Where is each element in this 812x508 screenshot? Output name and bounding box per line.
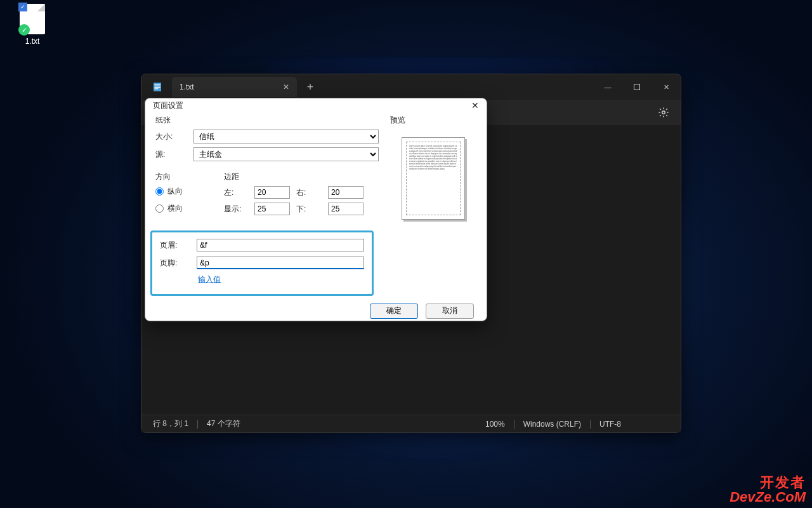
dialog-close-icon[interactable]: ✕ [471,100,479,110]
svg-rect-1 [155,84,160,85]
margin-right-label: 右: [296,187,322,198]
tab-file[interactable]: 1.txt ✕ [172,77,297,97]
desktop-file-icon[interactable]: ✓ ✓ 1.txt [10,4,55,46]
sync-badge-icon: ✓ [18,24,30,36]
preview-label: 预览 [390,115,476,126]
tab-title: 1.txt [180,83,194,91]
footer-label: 页脚: [160,258,188,269]
preview-pane: 预览 Lorem ipsum dolor sit amet consectetu… [390,115,476,296]
svg-rect-4 [155,88,159,89]
margin-left-input[interactable] [254,186,290,199]
orientation-group: 方向 纵向 横向 [155,171,213,220]
dialog-title: 页面设置 [153,100,183,111]
header-input[interactable] [197,239,364,251]
margin-bottom-label: 下: [296,204,322,215]
maximize-button[interactable] [622,74,652,100]
status-bar: 行 8，列 1 47 个字符 100% Windows (CRLF) UTF-8 [141,415,681,432]
header-footer-highlight: 页眉: 页脚: 输入值 [150,231,374,296]
watermark-line1: 开发者 [730,475,806,490]
paper-source-select[interactable]: 主纸盒 [193,147,379,161]
text-file-icon: ✓ ✓ [20,4,45,34]
margin-left-label: 左: [224,187,248,198]
margins-group: 边距 左: 右: 显示: 下: [224,171,379,220]
margin-top-input[interactable] [254,203,290,215]
svg-rect-2 [155,86,160,86]
margin-top-label: 显示: [224,204,248,215]
status-zoom: 100% [485,420,505,429]
input-values-link[interactable]: 输入值 [198,275,221,284]
page-setup-dialog: 页面设置 ✕ 纸张 大小: 信纸 源: 主纸盒 [145,98,487,321]
paper-size-select[interactable]: 信纸 [193,130,379,144]
svg-rect-3 [155,87,160,88]
maximize-icon [634,84,640,90]
tab-close-icon[interactable]: ✕ [283,83,289,91]
watermark-line2: DevZe.CoM [730,490,806,504]
margin-right-input[interactable] [328,186,363,199]
margins-group-label: 边距 [224,171,379,182]
dialog-buttons: 确定 取消 [145,301,487,321]
status-eol: Windows (CRLF) [523,420,581,429]
status-encoding: UTF-8 [599,420,669,429]
paper-source-label: 源: [155,149,187,160]
status-chars: 47 个字符 [207,418,240,429]
header-label: 页眉: [160,240,188,251]
desktop: ✓ ✓ 1.txt 1.txt ✕ + — ✕ [0,0,812,508]
notepad-app-icon [150,80,164,94]
portrait-radio[interactable] [155,187,164,196]
minimize-button[interactable]: — [593,74,622,100]
status-cursor: 行 8，列 1 [153,418,188,429]
new-tab-button[interactable]: + [307,81,314,94]
settings-gear-icon[interactable] [658,107,669,118]
orientation-group-label: 方向 [155,171,213,182]
cancel-button[interactable]: 取消 [426,304,474,319]
preview-page-content: Lorem ipsum dolor sit amet consectetur a… [406,142,461,215]
dialog-titlebar[interactable]: 页面设置 ✕ [145,98,487,112]
check-badge-icon: ✓ [18,3,27,11]
preview-page: Lorem ipsum dolor sit amet consectetur a… [402,137,465,220]
orientation-portrait[interactable]: 纵向 [155,186,213,197]
paper-size-label: 大小: [155,131,187,142]
svg-point-5 [662,111,665,114]
desktop-file-label: 1.txt [10,37,55,46]
footer-input[interactable] [197,257,364,269]
paper-group: 纸张 大小: 信纸 源: 主纸盒 [155,115,379,165]
watermark: 开发者 DevZe.CoM [730,475,806,504]
close-window-button[interactable]: ✕ [652,74,681,100]
ok-button[interactable]: 确定 [370,304,418,319]
landscape-radio[interactable] [155,204,164,213]
orientation-landscape[interactable]: 横向 [155,203,213,214]
paper-group-label: 纸张 [155,115,379,126]
titlebar[interactable]: 1.txt ✕ + — ✕ [141,74,681,100]
margin-bottom-input[interactable] [328,203,363,215]
